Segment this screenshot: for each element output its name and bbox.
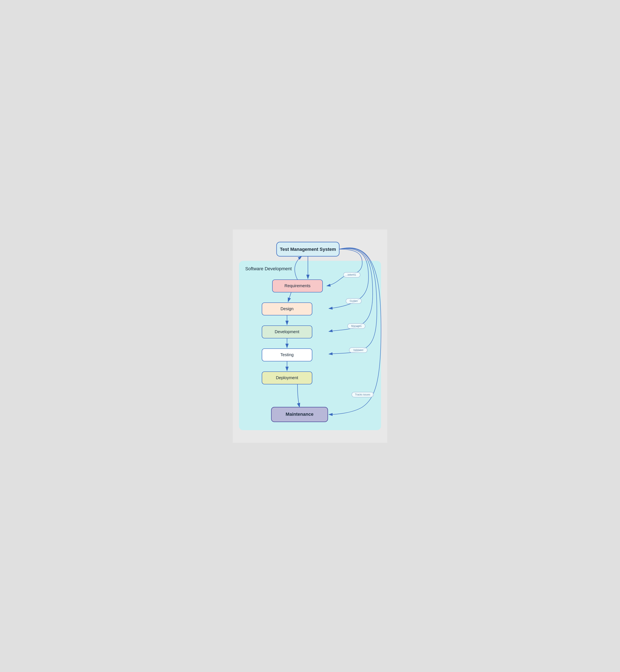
maint-text: Maintenance bbox=[286, 412, 313, 417]
guides-badge-text: Guides bbox=[350, 299, 358, 302]
req-text: Requirements bbox=[285, 283, 311, 288]
tms-text: Test Management System bbox=[280, 247, 336, 252]
informs-badge-text: Informs bbox=[348, 273, 356, 276]
deploy-text: Deployment bbox=[276, 375, 298, 380]
dev-text: Development bbox=[275, 329, 299, 334]
test-text: Testing bbox=[280, 352, 294, 357]
design-text: Design bbox=[280, 306, 294, 311]
tracks-badge-text: Tracks issues bbox=[355, 393, 370, 396]
manages-badge-text: Manages bbox=[351, 325, 361, 328]
sd-label-text: Software Development bbox=[245, 266, 292, 271]
diagram-wrapper: Software Development Test Management Sys… bbox=[233, 230, 387, 443]
validates-badge-text: Validates bbox=[353, 349, 363, 351]
main-svg: Software Development Test Management Sys… bbox=[233, 236, 387, 436]
